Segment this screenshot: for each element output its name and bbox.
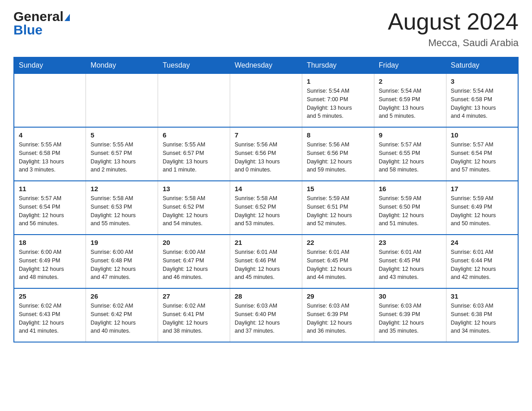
day-info: Sunrise: 5:54 AMSunset: 7:00 PMDaylight:… <box>307 87 369 120</box>
day-number: 17 <box>451 185 513 193</box>
calendar-cell <box>158 73 230 127</box>
calendar-cell: 3Sunrise: 5:54 AMSunset: 6:58 PMDaylight… <box>446 73 518 127</box>
calendar-cell <box>230 73 302 127</box>
day-info: Sunrise: 6:00 AMSunset: 6:49 PMDaylight:… <box>19 248 81 282</box>
day-number: 9 <box>379 131 442 139</box>
calendar-cell: 11Sunrise: 5:57 AMSunset: 6:54 PMDayligh… <box>14 181 86 235</box>
calendar-cell <box>14 73 86 127</box>
day-info: Sunrise: 5:59 AMSunset: 6:51 PMDaylight:… <box>307 194 369 228</box>
weekday-header-wednesday: Wednesday <box>230 57 302 73</box>
day-number: 21 <box>235 239 297 246</box>
day-info: Sunrise: 5:58 AMSunset: 6:52 PMDaylight:… <box>163 194 225 228</box>
calendar-cell: 22Sunrise: 6:01 AMSunset: 6:45 PMDayligh… <box>302 235 374 288</box>
day-number: 14 <box>235 185 297 193</box>
calendar-week-row: 11Sunrise: 5:57 AMSunset: 6:54 PMDayligh… <box>14 181 518 235</box>
calendar-cell: 15Sunrise: 5:59 AMSunset: 6:51 PMDayligh… <box>302 181 374 235</box>
day-number: 16 <box>379 185 442 193</box>
day-info: Sunrise: 5:55 AMSunset: 6:58 PMDaylight:… <box>19 141 81 174</box>
day-info: Sunrise: 6:00 AMSunset: 6:48 PMDaylight:… <box>90 248 153 282</box>
calendar-week-row: 1Sunrise: 5:54 AMSunset: 7:00 PMDaylight… <box>14 73 518 127</box>
day-number: 19 <box>90 239 153 246</box>
day-number: 12 <box>90 185 153 193</box>
day-number: 25 <box>19 292 81 300</box>
location: Mecca, Saudi Arabia <box>388 37 519 49</box>
calendar-cell: 21Sunrise: 6:01 AMSunset: 6:46 PMDayligh… <box>230 235 302 288</box>
day-info: Sunrise: 6:00 AMSunset: 6:47 PMDaylight:… <box>163 248 225 282</box>
day-number: 22 <box>307 239 369 246</box>
weekday-header-tuesday: Tuesday <box>158 57 230 73</box>
calendar-cell: 9Sunrise: 5:57 AMSunset: 6:55 PMDaylight… <box>374 127 446 181</box>
calendar-cell: 19Sunrise: 6:00 AMSunset: 6:48 PMDayligh… <box>86 235 158 288</box>
calendar-week-row: 4Sunrise: 5:55 AMSunset: 6:58 PMDaylight… <box>14 127 518 181</box>
day-info: Sunrise: 6:02 AMSunset: 6:42 PMDaylight:… <box>90 302 153 335</box>
calendar-cell: 17Sunrise: 5:59 AMSunset: 6:49 PMDayligh… <box>446 181 518 235</box>
calendar-cell: 29Sunrise: 6:03 AMSunset: 6:39 PMDayligh… <box>302 288 374 342</box>
weekday-header-sunday: Sunday <box>14 57 86 73</box>
day-number: 15 <box>307 185 369 193</box>
title-block: August 2024 Mecca, Saudi Arabia <box>388 9 519 49</box>
calendar-cell: 24Sunrise: 6:01 AMSunset: 6:44 PMDayligh… <box>446 235 518 288</box>
calendar-cell: 25Sunrise: 6:02 AMSunset: 6:43 PMDayligh… <box>14 288 86 342</box>
calendar-week-row: 25Sunrise: 6:02 AMSunset: 6:43 PMDayligh… <box>14 288 518 342</box>
calendar-cell: 10Sunrise: 5:57 AMSunset: 6:54 PMDayligh… <box>446 127 518 181</box>
day-number: 23 <box>379 239 442 246</box>
month-year: August 2024 <box>388 9 519 34</box>
logo-general-text: General <box>13 9 64 24</box>
calendar-cell: 30Sunrise: 6:03 AMSunset: 6:39 PMDayligh… <box>374 288 446 342</box>
day-info: Sunrise: 5:59 AMSunset: 6:49 PMDaylight:… <box>451 194 513 228</box>
calendar-cell: 7Sunrise: 5:56 AMSunset: 6:56 PMDaylight… <box>230 127 302 181</box>
weekday-header-friday: Friday <box>374 57 446 73</box>
calendar-cell: 28Sunrise: 6:03 AMSunset: 6:40 PMDayligh… <box>230 288 302 342</box>
day-info: Sunrise: 5:56 AMSunset: 6:56 PMDaylight:… <box>307 141 369 174</box>
day-info: Sunrise: 5:55 AMSunset: 6:57 PMDaylight:… <box>163 141 225 174</box>
day-info: Sunrise: 5:56 AMSunset: 6:56 PMDaylight:… <box>235 141 297 174</box>
day-info: Sunrise: 6:02 AMSunset: 6:41 PMDaylight:… <box>163 302 225 335</box>
day-number: 27 <box>163 292 225 300</box>
calendar-cell: 20Sunrise: 6:00 AMSunset: 6:47 PMDayligh… <box>158 235 230 288</box>
calendar-week-row: 18Sunrise: 6:00 AMSunset: 6:49 PMDayligh… <box>14 235 518 288</box>
page-header: General Blue August 2024 Mecca, Saudi Ar… <box>13 9 519 49</box>
day-number: 2 <box>379 77 442 85</box>
calendar-cell: 23Sunrise: 6:01 AMSunset: 6:45 PMDayligh… <box>374 235 446 288</box>
weekday-header-thursday: Thursday <box>302 57 374 73</box>
day-info: Sunrise: 6:01 AMSunset: 6:45 PMDaylight:… <box>379 248 442 282</box>
day-info: Sunrise: 5:54 AMSunset: 6:59 PMDaylight:… <box>379 87 442 120</box>
calendar-cell: 12Sunrise: 5:58 AMSunset: 6:53 PMDayligh… <box>86 181 158 235</box>
day-info: Sunrise: 5:57 AMSunset: 6:54 PMDaylight:… <box>19 194 81 228</box>
day-info: Sunrise: 5:57 AMSunset: 6:55 PMDaylight:… <box>379 141 442 174</box>
day-info: Sunrise: 5:57 AMSunset: 6:54 PMDaylight:… <box>451 141 513 174</box>
logo-blue-text: Blue <box>13 22 43 37</box>
weekday-header-saturday: Saturday <box>446 57 518 73</box>
day-info: Sunrise: 6:02 AMSunset: 6:43 PMDaylight:… <box>19 302 81 335</box>
calendar-cell: 26Sunrise: 6:02 AMSunset: 6:42 PMDayligh… <box>86 288 158 342</box>
calendar-cell: 5Sunrise: 5:55 AMSunset: 6:57 PMDaylight… <box>86 127 158 181</box>
day-info: Sunrise: 6:03 AMSunset: 6:40 PMDaylight:… <box>235 302 297 335</box>
day-number: 29 <box>307 292 369 300</box>
day-info: Sunrise: 6:03 AMSunset: 6:39 PMDaylight:… <box>379 302 442 335</box>
day-info: Sunrise: 6:01 AMSunset: 6:45 PMDaylight:… <box>307 248 369 282</box>
day-number: 28 <box>235 292 297 300</box>
day-number: 10 <box>451 131 513 139</box>
calendar-cell: 1Sunrise: 5:54 AMSunset: 7:00 PMDaylight… <box>302 73 374 127</box>
day-number: 1 <box>307 77 369 85</box>
day-number: 26 <box>90 292 153 300</box>
calendar-cell: 31Sunrise: 6:03 AMSunset: 6:38 PMDayligh… <box>446 288 518 342</box>
weekday-header-monday: Monday <box>86 57 158 73</box>
calendar-table: SundayMondayTuesdayWednesdayThursdayFrid… <box>13 57 519 342</box>
day-number: 13 <box>163 185 225 193</box>
day-number: 8 <box>307 131 369 139</box>
calendar-cell: 27Sunrise: 6:02 AMSunset: 6:41 PMDayligh… <box>158 288 230 342</box>
calendar-cell: 18Sunrise: 6:00 AMSunset: 6:49 PMDayligh… <box>14 235 86 288</box>
day-info: Sunrise: 6:01 AMSunset: 6:46 PMDaylight:… <box>235 248 297 282</box>
day-info: Sunrise: 5:58 AMSunset: 6:53 PMDaylight:… <box>90 194 153 228</box>
calendar-cell: 2Sunrise: 5:54 AMSunset: 6:59 PMDaylight… <box>374 73 446 127</box>
day-number: 11 <box>19 185 81 193</box>
day-number: 5 <box>90 131 153 139</box>
calendar-cell: 8Sunrise: 5:56 AMSunset: 6:56 PMDaylight… <box>302 127 374 181</box>
day-number: 30 <box>379 292 442 300</box>
day-number: 24 <box>451 239 513 246</box>
logo: General Blue <box>13 9 70 38</box>
weekday-header-row: SundayMondayTuesdayWednesdayThursdayFrid… <box>14 57 518 73</box>
calendar-cell: 16Sunrise: 5:59 AMSunset: 6:50 PMDayligh… <box>374 181 446 235</box>
calendar-cell: 6Sunrise: 5:55 AMSunset: 6:57 PMDaylight… <box>158 127 230 181</box>
